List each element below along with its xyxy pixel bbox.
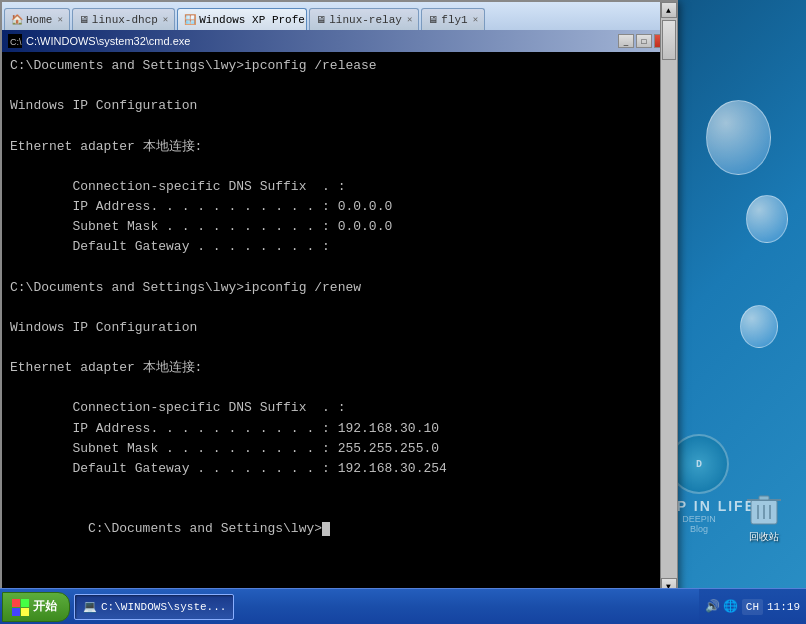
tab-linux-relay-label: linux-relay (329, 14, 402, 26)
cmd-line-19: Subnet Mask . . . . . . . . . . : 255.25… (10, 439, 652, 459)
tab-linux-relay-close[interactable]: ✕ (407, 14, 412, 25)
cmd-title-text: C:\WINDOWS\system32\cmd.exe (26, 35, 190, 47)
cmd-minimize-button[interactable]: _ (618, 34, 634, 48)
cmd-line-10 (10, 257, 652, 277)
cmd-line-7: IP Address. . . . . . . . . . . : 0.0.0.… (10, 197, 652, 217)
tab-linux-dhcp-label: linux-dhcp (92, 14, 158, 26)
svg-rect-8 (12, 599, 20, 607)
svg-rect-9 (21, 599, 29, 607)
cmd-line-18: IP Address. . . . . . . . . . . : 192.16… (10, 419, 652, 439)
start-icon (11, 598, 29, 616)
cmd-title-left: C:\ C:\WINDOWS\system32\cmd.exe (8, 34, 190, 48)
tab-home-favicon: 🏠 (11, 14, 23, 26)
cmd-line-13: Windows IP Configuration (10, 318, 652, 338)
cmd-line-0: C:\Documents and Settings\lwy>ipconfig /… (10, 56, 652, 76)
cmd-line-20: Default Gateway . . . . . . . . : 192.16… (10, 459, 652, 479)
recycle-bin-icon[interactable]: 回收站 (734, 492, 794, 544)
cmd-line-8: Subnet Mask . . . . . . . . . . : 0.0.0.… (10, 217, 652, 237)
tab-linux-relay[interactable]: 🖥 linux-relay ✕ (309, 8, 419, 30)
taskbar-item-cmd-icon: 💻 (83, 600, 97, 613)
cmd-line-5 (10, 157, 652, 177)
tab-fly1[interactable]: 🖥 fly1 ✕ (421, 8, 485, 30)
cmd-cursor (322, 522, 330, 536)
water-drop-2 (746, 195, 788, 243)
cmd-window: C:\ C:\WINDOWS\system32\cmd.exe _ □ ✕ C:… (2, 30, 676, 594)
start-label: 开始 (33, 598, 57, 615)
browser-window: 🏠 Home ✕ 🖥 linux-dhcp ✕ 🪟 Windows XP Pro… (0, 0, 678, 596)
sound-icon[interactable]: 🔊 (705, 599, 720, 614)
tab-home-close[interactable]: ✕ (57, 14, 62, 25)
tab-linux-dhcp-close[interactable]: ✕ (163, 14, 168, 25)
water-drop-3 (740, 305, 778, 348)
browser-tabs: 🏠 Home ✕ 🖥 linux-dhcp ✕ 🪟 Windows XP Pro… (2, 2, 676, 30)
cmd-restore-button[interactable]: □ (636, 34, 652, 48)
taskbar-items: 💻 C:\WINDOWS\syste... (74, 594, 699, 620)
cmd-body-container: C:\Documents and Settings\lwy>ipconfig /… (2, 52, 676, 594)
cmd-line-4: Ethernet adapter 本地连接: (10, 137, 652, 157)
scrollbar-up-button[interactable]: ▲ (661, 2, 677, 18)
tab-windows-favicon: 🪟 (184, 14, 196, 26)
taskbar-right: 🔊 🌐 CH 11:19 (699, 589, 806, 624)
cmd-titlebar: C:\ C:\WINDOWS\system32\cmd.exe _ □ ✕ (2, 30, 676, 52)
cmd-line-22: C:\Documents and Settings\lwy> (10, 499, 652, 559)
network-icon[interactable]: 🌐 (723, 599, 738, 614)
taskbar-lang[interactable]: CH (742, 599, 763, 615)
tab-linux-dhcp[interactable]: 🖥 linux-dhcp ✕ (72, 8, 175, 30)
cmd-line-17: Connection-specific DNS Suffix . : (10, 398, 652, 418)
recycle-bin-img (746, 492, 782, 528)
scrollbar-thumb[interactable] (662, 20, 676, 60)
tab-linux-relay-favicon: 🖥 (316, 14, 326, 26)
cmd-line-14 (10, 338, 652, 358)
cmd-line-12 (10, 298, 652, 318)
tab-home-label: Home (26, 14, 52, 26)
deepin-blog: Blog (690, 524, 708, 534)
svg-rect-2 (759, 496, 769, 500)
cmd-line-1 (10, 76, 652, 96)
cmd-line-21 (10, 479, 652, 499)
cmd-icon: C:\ (8, 34, 22, 48)
cmd-line-15: Ethernet adapter 本地连接: (10, 358, 652, 378)
tab-linux-dhcp-favicon: 🖥 (79, 14, 89, 26)
deepin-sub: DEEPIN (682, 514, 716, 524)
taskbar-item-cmd-label: C:\WINDOWS\syste... (101, 601, 226, 613)
cmd-line-6: Connection-specific DNS Suffix . : (10, 177, 652, 197)
water-drop-1 (706, 100, 771, 175)
svg-rect-10 (12, 608, 20, 616)
cmd-line-9: Default Gateway . . . . . . . . : (10, 237, 652, 257)
taskbar-notify-icons: 🔊 🌐 (705, 599, 738, 614)
cmd-line-3 (10, 116, 652, 136)
taskbar: 开始 💻 C:\WINDOWS\syste... 🔊 🌐 CH 11:19 (0, 588, 806, 624)
svg-rect-11 (21, 608, 29, 616)
taskbar-time: 11:19 (767, 601, 800, 613)
cmd-line-16 (10, 378, 652, 398)
cmd-scrollbar[interactable]: ▲ ▼ (660, 2, 676, 594)
tab-fly1-favicon: 🖥 (428, 14, 438, 26)
start-button[interactable]: 开始 (2, 592, 70, 622)
cmd-body[interactable]: C:\Documents and Settings\lwy>ipconfig /… (2, 52, 676, 594)
tab-windows-label: Windows XP Professional (199, 14, 307, 26)
tab-windows-xp[interactable]: 🪟 Windows XP Professional ✕ (177, 8, 307, 30)
tab-fly1-close[interactable]: ✕ (473, 14, 478, 25)
deepin-circle-icon: D (669, 434, 729, 494)
tab-fly1-label: fly1 (441, 14, 467, 26)
tab-home[interactable]: 🏠 Home ✕ (4, 8, 70, 30)
recycle-bin-label: 回收站 (749, 530, 779, 544)
taskbar-item-cmd[interactable]: 💻 C:\WINDOWS\syste... (74, 594, 234, 620)
cmd-line-11: C:\Documents and Settings\lwy>ipconfig /… (10, 278, 652, 298)
cmd-line-2: Windows IP Configuration (10, 96, 652, 116)
svg-text:C:\: C:\ (10, 37, 22, 47)
scrollbar-track[interactable] (661, 18, 677, 578)
